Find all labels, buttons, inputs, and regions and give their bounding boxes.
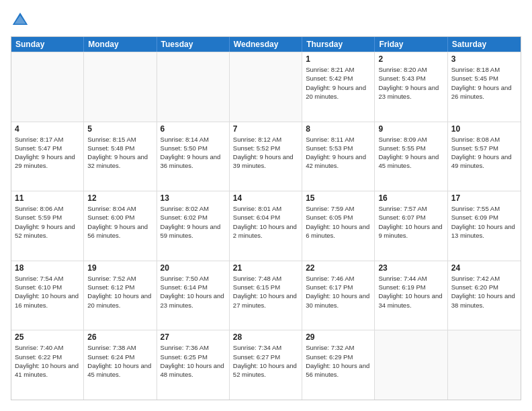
sun-info: Sunrise: 8:11 AM Sunset: 5:53 PM Dayligh… bbox=[306, 135, 371, 171]
cal-cell-4: 4Sunrise: 8:17 AM Sunset: 5:47 PM Daylig… bbox=[11, 122, 84, 191]
day-number: 1 bbox=[306, 54, 371, 64]
sun-info: Sunrise: 7:42 AM Sunset: 6:20 PM Dayligh… bbox=[451, 274, 517, 310]
cal-cell-21: 21Sunrise: 7:48 AM Sunset: 6:15 PM Dayli… bbox=[230, 261, 302, 330]
sun-info: Sunrise: 7:34 AM Sunset: 6:27 PM Dayligh… bbox=[233, 343, 298, 379]
cal-cell-13: 13Sunrise: 8:02 AM Sunset: 6:02 PM Dayli… bbox=[157, 191, 230, 261]
cal-header-thursday: Thursday bbox=[302, 37, 375, 52]
cal-cell-9: 9Sunrise: 8:09 AM Sunset: 5:55 PM Daylig… bbox=[375, 122, 447, 191]
sun-info: Sunrise: 7:57 AM Sunset: 6:07 PM Dayligh… bbox=[378, 204, 443, 240]
day-number: 19 bbox=[87, 263, 152, 273]
cal-cell-14: 14Sunrise: 8:01 AM Sunset: 6:04 PM Dayli… bbox=[230, 191, 302, 261]
sun-info: Sunrise: 7:54 AM Sunset: 6:10 PM Dayligh… bbox=[15, 274, 80, 310]
day-number: 15 bbox=[306, 193, 371, 203]
cal-cell-24: 24Sunrise: 7:42 AM Sunset: 6:20 PM Dayli… bbox=[448, 261, 521, 330]
day-number: 11 bbox=[15, 193, 80, 203]
day-number: 13 bbox=[161, 193, 226, 203]
cal-cell-6: 6Sunrise: 8:14 AM Sunset: 5:50 PM Daylig… bbox=[157, 122, 230, 191]
cal-cell-29: 29Sunrise: 7:32 AM Sunset: 6:29 PM Dayli… bbox=[302, 330, 375, 400]
cal-cell-16: 16Sunrise: 7:57 AM Sunset: 6:07 PM Dayli… bbox=[375, 191, 447, 261]
cal-cell-12: 12Sunrise: 8:04 AM Sunset: 6:00 PM Dayli… bbox=[84, 191, 157, 261]
cal-cell-20: 20Sunrise: 7:50 AM Sunset: 6:14 PM Dayli… bbox=[157, 261, 230, 330]
cal-cell-27: 27Sunrise: 7:36 AM Sunset: 6:25 PM Dayli… bbox=[157, 330, 230, 400]
cal-cell-1: 1Sunrise: 8:21 AM Sunset: 5:42 PM Daylig… bbox=[302, 52, 375, 122]
cal-cell-15: 15Sunrise: 7:59 AM Sunset: 6:05 PM Dayli… bbox=[302, 191, 375, 261]
day-number: 2 bbox=[378, 54, 443, 64]
day-number: 9 bbox=[378, 124, 443, 134]
cal-header-monday: Monday bbox=[84, 37, 157, 52]
cal-header-saturday: Saturday bbox=[448, 37, 521, 52]
day-number: 14 bbox=[233, 193, 298, 203]
day-number: 28 bbox=[233, 332, 298, 342]
cal-header-friday: Friday bbox=[375, 37, 447, 52]
day-number: 26 bbox=[87, 332, 152, 342]
sun-info: Sunrise: 8:15 AM Sunset: 5:48 PM Dayligh… bbox=[87, 135, 152, 171]
calendar-body: 1Sunrise: 8:21 AM Sunset: 5:42 PM Daylig… bbox=[11, 52, 521, 400]
day-number: 4 bbox=[15, 124, 80, 134]
day-number: 6 bbox=[161, 124, 226, 134]
cal-week-0: 1Sunrise: 8:21 AM Sunset: 5:42 PM Daylig… bbox=[11, 52, 521, 122]
sun-info: Sunrise: 7:48 AM Sunset: 6:15 PM Dayligh… bbox=[233, 274, 298, 310]
cal-cell-22: 22Sunrise: 7:46 AM Sunset: 6:17 PM Dayli… bbox=[302, 261, 375, 330]
sun-info: Sunrise: 7:59 AM Sunset: 6:05 PM Dayligh… bbox=[306, 204, 371, 240]
cal-cell-11: 11Sunrise: 8:06 AM Sunset: 5:59 PM Dayli… bbox=[11, 191, 84, 261]
sun-info: Sunrise: 8:21 AM Sunset: 5:42 PM Dayligh… bbox=[306, 65, 371, 101]
day-number: 5 bbox=[87, 124, 152, 134]
sun-info: Sunrise: 8:17 AM Sunset: 5:47 PM Dayligh… bbox=[15, 135, 80, 171]
cal-cell-2: 2Sunrise: 8:20 AM Sunset: 5:43 PM Daylig… bbox=[375, 52, 447, 122]
cal-cell-empty-0-3 bbox=[230, 52, 302, 122]
cal-header-wednesday: Wednesday bbox=[230, 37, 302, 52]
cal-cell-empty-0-2 bbox=[157, 52, 230, 122]
day-number: 10 bbox=[451, 124, 517, 134]
cal-cell-17: 17Sunrise: 7:55 AM Sunset: 6:09 PM Dayli… bbox=[448, 191, 521, 261]
day-number: 18 bbox=[15, 263, 80, 273]
cal-cell-19: 19Sunrise: 7:52 AM Sunset: 6:12 PM Dayli… bbox=[84, 261, 157, 330]
cal-week-3: 18Sunrise: 7:54 AM Sunset: 6:10 PM Dayli… bbox=[11, 261, 521, 330]
cal-cell-28: 28Sunrise: 7:34 AM Sunset: 6:27 PM Dayli… bbox=[230, 330, 302, 400]
sun-info: Sunrise: 8:08 AM Sunset: 5:57 PM Dayligh… bbox=[451, 135, 517, 171]
sun-info: Sunrise: 8:12 AM Sunset: 5:52 PM Dayligh… bbox=[233, 135, 298, 171]
cal-week-4: 25Sunrise: 7:40 AM Sunset: 6:22 PM Dayli… bbox=[11, 330, 521, 400]
day-number: 25 bbox=[15, 332, 80, 342]
sun-info: Sunrise: 8:01 AM Sunset: 6:04 PM Dayligh… bbox=[233, 204, 298, 240]
calendar-header-row: SundayMondayTuesdayWednesdayThursdayFrid… bbox=[11, 37, 521, 52]
sun-info: Sunrise: 7:40 AM Sunset: 6:22 PM Dayligh… bbox=[15, 343, 80, 379]
cal-week-2: 11Sunrise: 8:06 AM Sunset: 5:59 PM Dayli… bbox=[11, 191, 521, 261]
cal-header-sunday: Sunday bbox=[11, 37, 84, 52]
sun-info: Sunrise: 7:46 AM Sunset: 6:17 PM Dayligh… bbox=[306, 274, 371, 310]
sun-info: Sunrise: 7:38 AM Sunset: 6:24 PM Dayligh… bbox=[87, 343, 152, 379]
cal-cell-5: 5Sunrise: 8:15 AM Sunset: 5:48 PM Daylig… bbox=[84, 122, 157, 191]
day-number: 22 bbox=[306, 263, 371, 273]
day-number: 7 bbox=[233, 124, 298, 134]
sun-info: Sunrise: 7:36 AM Sunset: 6:25 PM Dayligh… bbox=[161, 343, 226, 379]
cal-cell-empty-0-1 bbox=[84, 52, 157, 122]
sun-info: Sunrise: 8:04 AM Sunset: 6:00 PM Dayligh… bbox=[87, 204, 152, 240]
day-number: 24 bbox=[451, 263, 517, 273]
header bbox=[11, 11, 521, 30]
cal-cell-25: 25Sunrise: 7:40 AM Sunset: 6:22 PM Dayli… bbox=[11, 330, 84, 400]
logo-icon bbox=[11, 11, 30, 30]
cal-cell-18: 18Sunrise: 7:54 AM Sunset: 6:10 PM Dayli… bbox=[11, 261, 84, 330]
cal-week-1: 4Sunrise: 8:17 AM Sunset: 5:47 PM Daylig… bbox=[11, 122, 521, 191]
day-number: 17 bbox=[451, 193, 517, 203]
day-number: 29 bbox=[306, 332, 371, 342]
sun-info: Sunrise: 8:18 AM Sunset: 5:45 PM Dayligh… bbox=[451, 65, 517, 101]
cal-cell-23: 23Sunrise: 7:44 AM Sunset: 6:19 PM Dayli… bbox=[375, 261, 447, 330]
cal-cell-26: 26Sunrise: 7:38 AM Sunset: 6:24 PM Dayli… bbox=[84, 330, 157, 400]
cal-cell-7: 7Sunrise: 8:12 AM Sunset: 5:52 PM Daylig… bbox=[230, 122, 302, 191]
sun-info: Sunrise: 8:09 AM Sunset: 5:55 PM Dayligh… bbox=[378, 135, 443, 171]
logo bbox=[11, 11, 32, 30]
sun-info: Sunrise: 7:50 AM Sunset: 6:14 PM Dayligh… bbox=[161, 274, 226, 310]
cal-cell-8: 8Sunrise: 8:11 AM Sunset: 5:53 PM Daylig… bbox=[302, 122, 375, 191]
sun-info: Sunrise: 8:02 AM Sunset: 6:02 PM Dayligh… bbox=[161, 204, 226, 240]
day-number: 16 bbox=[378, 193, 443, 203]
sun-info: Sunrise: 7:32 AM Sunset: 6:29 PM Dayligh… bbox=[306, 343, 371, 379]
cal-cell-3: 3Sunrise: 8:18 AM Sunset: 5:45 PM Daylig… bbox=[448, 52, 521, 122]
page: SundayMondayTuesdayWednesdayThursdayFrid… bbox=[0, 0, 532, 411]
cal-header-tuesday: Tuesday bbox=[157, 37, 230, 52]
sun-info: Sunrise: 8:06 AM Sunset: 5:59 PM Dayligh… bbox=[15, 204, 80, 240]
sun-info: Sunrise: 8:20 AM Sunset: 5:43 PM Dayligh… bbox=[378, 65, 443, 101]
sun-info: Sunrise: 7:52 AM Sunset: 6:12 PM Dayligh… bbox=[87, 274, 152, 310]
day-number: 21 bbox=[233, 263, 298, 273]
sun-info: Sunrise: 7:44 AM Sunset: 6:19 PM Dayligh… bbox=[378, 274, 443, 310]
day-number: 8 bbox=[306, 124, 371, 134]
